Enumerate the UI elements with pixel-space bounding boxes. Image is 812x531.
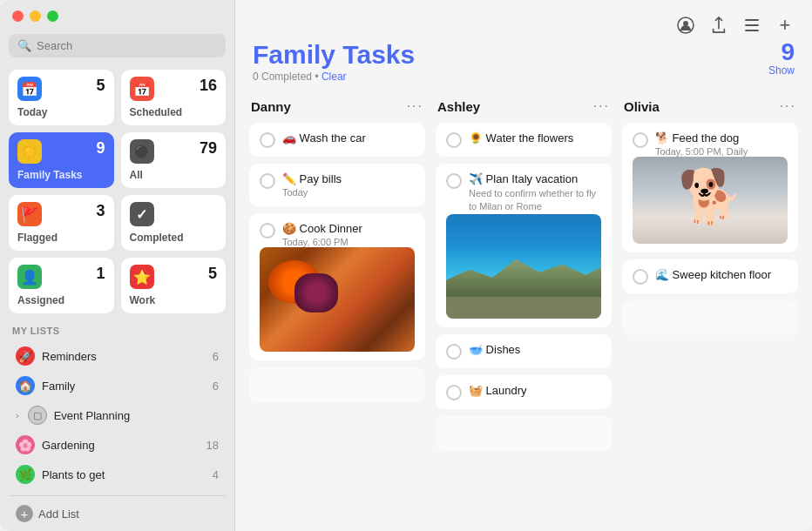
task-circle[interactable]	[260, 132, 275, 148]
task-cook-dinner[interactable]: 🍪 Cook Dinner Today, 6:00 PM	[249, 213, 425, 360]
gardening-icon: 🌸	[16, 435, 35, 454]
minimize-button[interactable]	[30, 10, 41, 22]
task-sweep-floor[interactable]: 🌊 Sweep kitchen floor	[622, 259, 798, 293]
flagged-icon: 🚩	[17, 202, 42, 226]
sidebar-item-plants[interactable]: 🌿 Plants to get 4	[9, 460, 226, 489]
sidebar-item-family[interactable]: 🏠 Family 6	[9, 371, 226, 400]
task-wash-car[interactable]: 🚗 Wash the car	[249, 123, 425, 157]
completed-icon: ✓	[130, 202, 154, 226]
col-more-olivia[interactable]: ···	[780, 98, 796, 114]
family-count: 6	[213, 380, 219, 393]
dog-image	[633, 157, 788, 244]
task-pay-bills[interactable]: ✏️ Pay bills Today	[249, 164, 425, 206]
task-title: ✈️ Plan Italy vacation	[469, 172, 601, 185]
smart-list-flagged[interactable]: 🚩 3 Flagged	[9, 195, 114, 251]
today-label: Today	[17, 106, 105, 118]
assigned-count: 1	[96, 265, 105, 283]
task-subtitle: Today	[282, 187, 415, 198]
add-list-button[interactable]: + Add List	[9, 495, 226, 531]
task-circle[interactable]	[260, 223, 275, 239]
assigned-icon: 👤	[17, 265, 42, 289]
col-header-ashley: Ashley ···	[436, 98, 612, 114]
smart-list-scheduled[interactable]: 📅 16 Scheduled	[121, 70, 227, 125]
page-subtitle: 0 Completed • Clear	[253, 71, 415, 83]
work-icon: ⭐	[130, 265, 154, 289]
task-circle[interactable]	[446, 344, 462, 360]
gardening-label: Gardening	[42, 439, 200, 452]
smart-list-work[interactable]: ⭐ 5 Work	[121, 258, 227, 313]
task-title: ✏️ Pay bills	[282, 172, 415, 185]
task-circle[interactable]	[633, 132, 648, 148]
show-button[interactable]: Show	[768, 64, 795, 77]
plants-count: 4	[213, 468, 219, 481]
task-subtitle: Need to confirm whether to fly to Milan …	[469, 187, 601, 214]
sidebar-item-gardening[interactable]: 🌸 Gardening 18	[9, 430, 226, 460]
task-italy-vacation[interactable]: ✈️ Plan Italy vacation Need to confirm w…	[436, 164, 612, 327]
task-title: 🌊 Sweep kitchen floor	[655, 268, 788, 281]
plants-label: Plants to get	[42, 468, 206, 481]
task-water-flowers[interactable]: 🌻 Water the flowers	[436, 123, 612, 157]
all-count: 79	[200, 139, 217, 158]
smart-lists-grid: 📅 5 Today 📅 16 Scheduled ☀️ 9 Family Tas…	[9, 70, 226, 313]
person-icon[interactable]	[676, 16, 695, 35]
col-header-olivia: Olivia ···	[622, 98, 798, 114]
flagged-label: Flagged	[17, 232, 105, 244]
task-circle[interactable]	[260, 173, 275, 189]
event-planning-icon: ▢	[28, 406, 47, 425]
smart-list-family-tasks[interactable]: ☀️ 9 Family Tasks	[9, 132, 114, 188]
task-title: 🍪 Cook Dinner	[282, 222, 415, 235]
clear-link[interactable]: Clear	[321, 71, 347, 83]
task-laundry[interactable]: 🧺 Laundry	[436, 375, 612, 409]
close-button[interactable]	[12, 10, 24, 22]
family-tasks-label: Family Tasks	[17, 169, 105, 181]
add-button[interactable]: +	[775, 16, 795, 35]
main-content: + Family Tasks 0 Completed • Clear 9 Sho…	[235, 0, 812, 531]
main-header: +	[235, 0, 812, 35]
today-count: 5	[96, 77, 105, 95]
event-planning-label: Event Planning	[54, 409, 219, 422]
show-count: 9	[768, 40, 795, 64]
completed-count-label: 0 Completed	[253, 71, 312, 83]
task-subtitle: Today, 6:00 PM	[282, 237, 415, 247]
family-label: Family	[42, 380, 206, 393]
task-circle[interactable]	[446, 385, 462, 400]
board: Danny ··· 🚗 Wash the car ✏️ Pay bills	[235, 86, 812, 531]
sidebar-item-reminders[interactable]: 🚀 Reminders 6	[9, 341, 226, 371]
task-title: 🌻 Water the flowers	[469, 131, 601, 145]
scheduled-label: Scheduled	[130, 106, 218, 118]
maximize-button[interactable]	[47, 10, 58, 22]
list-icon[interactable]	[742, 16, 761, 35]
task-circle[interactable]	[633, 269, 648, 285]
search-bar[interactable]: 🔍	[9, 34, 226, 57]
gardening-count: 18	[206, 439, 219, 452]
col-title-ashley: Ashley	[437, 99, 480, 114]
smart-list-completed[interactable]: ✓ Completed	[121, 195, 227, 251]
smart-list-today[interactable]: 📅 5 Today	[9, 70, 114, 125]
task-feed-dog[interactable]: 🐕 Feed the dog Today, 5:00 PM, Daily	[622, 123, 798, 252]
family-icon: 🏠	[16, 376, 35, 395]
task-title: 🚗 Wash the car	[282, 131, 415, 145]
search-input[interactable]	[37, 39, 217, 52]
task-circle[interactable]	[446, 173, 462, 189]
work-count: 5	[208, 265, 217, 283]
plus-icon: +	[16, 505, 33, 522]
work-label: Work	[130, 294, 218, 306]
sidebar-item-event-planning[interactable]: › ▢ Event Planning	[9, 400, 226, 430]
col-more-ashley[interactable]: ···	[593, 98, 610, 114]
smart-list-all[interactable]: ⚫ 79 All	[121, 132, 227, 188]
all-icon: ⚫	[130, 139, 154, 164]
smart-list-assigned[interactable]: 👤 1 Assigned	[9, 258, 114, 313]
task-circle[interactable]	[446, 132, 462, 148]
assigned-label: Assigned	[17, 294, 105, 306]
column-ashley: Ashley ··· 🌻 Water the flowers ✈️ Plan I…	[436, 98, 612, 519]
reminders-label: Reminders	[42, 350, 206, 363]
share-icon[interactable]	[709, 16, 728, 35]
col-title-olivia: Olivia	[624, 99, 660, 114]
italy-image	[446, 214, 601, 319]
family-tasks-icon: ☀️	[17, 139, 42, 164]
reminders-icon: 🚀	[16, 346, 35, 366]
scheduled-icon: 📅	[130, 77, 154, 101]
add-list-label: Add List	[38, 507, 79, 521]
col-more-danny[interactable]: ···	[407, 98, 423, 114]
task-dishes[interactable]: 🥣 Dishes	[436, 334, 612, 368]
